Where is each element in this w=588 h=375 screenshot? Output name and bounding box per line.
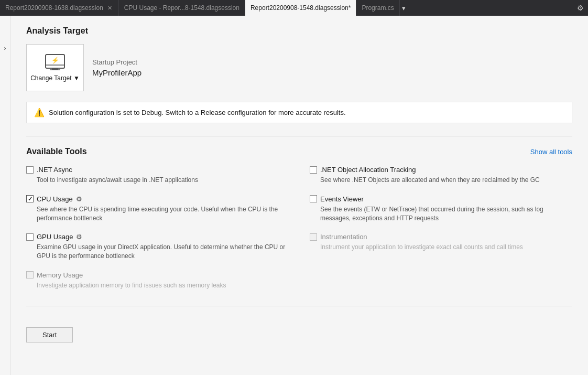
instrumentation-desc: Instrument your application to investiga…	[310, 243, 572, 252]
profiler-icon: ⚡	[45, 53, 66, 71]
available-tools-title: Available Tools	[26, 147, 87, 156]
tool-header-row: .NET Async	[26, 166, 289, 174]
main-layout: › Analysis Target ⚡ Change Target ▼	[0, 16, 588, 375]
warning-icon: ⚠️	[34, 108, 45, 117]
settings-icon[interactable]: ⚙	[573, 4, 588, 12]
tool-header-row: CPU Usage ⚙	[26, 195, 289, 203]
cpu-usage-gear-icon[interactable]: ⚙	[76, 195, 82, 203]
events-viewer-desc: See the events (ETW or NetTrace) that oc…	[310, 205, 572, 223]
cpu-usage-checkbox[interactable]	[26, 195, 34, 202]
tab-label: Program.cs	[362, 4, 394, 12]
dotnet-async-desc: Tool to investigate async/await usage in…	[26, 176, 289, 185]
app-name: MyProfilerApp	[92, 68, 141, 77]
tool-cpu-usage: CPU Usage ⚙ See where the CPU is spendin…	[26, 195, 289, 223]
svg-text:⚡: ⚡	[51, 56, 59, 64]
tools-grid: .NET Async Tool to investigate async/awa…	[26, 166, 572, 301]
instrumentation-checkbox[interactable]	[310, 233, 317, 241]
tab-label: Report20200908-1548.diagsession*	[251, 4, 351, 12]
memory-usage-desc: Investigate application memory to find i…	[26, 281, 289, 290]
tools-right-column: .NET Object Allocation Tracking See wher…	[310, 166, 572, 301]
tool-header-row: GPU Usage ⚙	[26, 233, 289, 241]
tool-events-viewer: Events Viewer See the events (ETW or Net…	[310, 195, 572, 223]
tab-programcs[interactable]: Program.cs	[356, 0, 399, 16]
tab-report1638[interactable]: Report20200908-1638.diagsession ✕	[0, 0, 119, 16]
warning-text: Solution configuration is set to Debug. …	[49, 109, 346, 116]
bottom-divider	[26, 306, 572, 306]
tool-header-row: Memory Usage	[26, 271, 289, 279]
startup-project-label: Startup Project	[92, 58, 141, 66]
dotnet-object-alloc-checkbox[interactable]	[310, 166, 317, 174]
gpu-usage-name: GPU Usage	[37, 233, 73, 241]
tool-header-row: Events Viewer	[310, 195, 572, 203]
tab-dropdown-icon[interactable]: ▾	[400, 4, 408, 12]
sidebar-toggle[interactable]: ›	[0, 16, 10, 375]
tool-header-row: .NET Object Allocation Tracking	[310, 166, 572, 174]
chevron-right-icon: ›	[4, 45, 6, 52]
gpu-usage-gear-icon[interactable]: ⚙	[76, 233, 82, 241]
tool-memory-usage: Memory Usage Investigate application mem…	[26, 271, 289, 290]
tools-header: Available Tools Show all tools	[26, 147, 572, 156]
warning-bar: ⚠️ Solution configuration is set to Debu…	[26, 102, 572, 123]
tool-instrumentation: Instrumentation Instrument your applicat…	[310, 233, 572, 252]
tool-dotnet-async: .NET Async Tool to investigate async/awa…	[26, 166, 289, 185]
instrumentation-name: Instrumentation	[320, 233, 367, 241]
section-divider	[26, 136, 572, 136]
memory-usage-checkbox[interactable]	[26, 271, 34, 278]
tab-close-icon[interactable]: ✕	[106, 4, 113, 12]
show-all-tools-link[interactable]: Show all tools	[530, 148, 572, 156]
events-viewer-checkbox[interactable]	[310, 195, 317, 202]
cpu-usage-desc: See where the CPU is spending time execu…	[26, 205, 289, 223]
dotnet-object-alloc-name: .NET Object Allocation Tracking	[320, 166, 416, 174]
tool-header-row: Instrumentation	[310, 233, 572, 241]
memory-usage-name: Memory Usage	[37, 271, 83, 279]
change-target-label: Change Target ▼	[30, 74, 80, 82]
tab-bar: Report20200908-1638.diagsession ✕ CPU Us…	[0, 0, 588, 16]
tool-dotnet-object-alloc: .NET Object Allocation Tracking See wher…	[310, 166, 572, 185]
tab-cpuusage1548[interactable]: CPU Usage - Repor...8-1548.diagsession	[119, 0, 245, 16]
tool-gpu-usage: GPU Usage ⚙ Examine GPU usage in your Di…	[26, 233, 289, 261]
dotnet-object-alloc-desc: See where .NET Objects are allocated and…	[310, 176, 572, 185]
dotnet-async-name: .NET Async	[37, 166, 72, 174]
start-button[interactable]: Start	[26, 327, 73, 342]
gpu-usage-desc: Examine GPU usage in your DirectX applic…	[26, 243, 289, 261]
events-viewer-name: Events Viewer	[320, 195, 364, 203]
analysis-target-title: Analysis Target	[26, 26, 572, 36]
target-info: Startup Project MyProfilerApp	[92, 58, 141, 77]
tab-report1548[interactable]: Report20200908-1548.diagsession*	[245, 0, 356, 16]
tab-label: CPU Usage - Repor...8-1548.diagsession	[124, 4, 239, 12]
tools-left-column: .NET Async Tool to investigate async/awa…	[26, 166, 289, 301]
change-target-button[interactable]: ⚡ Change Target ▼	[26, 44, 84, 91]
cpu-usage-name: CPU Usage	[37, 195, 73, 203]
content-area: Analysis Target ⚡ Change Target ▼ Startu…	[10, 16, 588, 375]
gpu-usage-checkbox[interactable]	[26, 233, 34, 241]
dotnet-async-checkbox[interactable]	[26, 166, 34, 174]
target-box: ⚡ Change Target ▼ Startup Project MyProf…	[26, 44, 572, 91]
tab-label: Report20200908-1638.diagsession	[5, 4, 103, 12]
bottom-section: Start	[26, 306, 572, 342]
